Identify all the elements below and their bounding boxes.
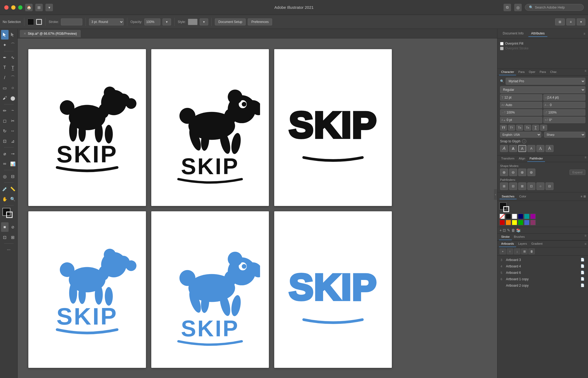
- artboard-item-7[interactable]: Artboard 2 copy 📄: [497, 282, 588, 289]
- vscale-input[interactable]: [548, 111, 564, 114]
- swatch-pair[interactable]: [500, 202, 509, 212]
- aa-bold-btn[interactable]: A: [509, 145, 517, 152]
- intersect-btn[interactable]: ⊗: [518, 169, 526, 176]
- aa-box-btn[interactable]: A: [518, 145, 526, 152]
- touch-type-btn[interactable]: T̲: [9, 63, 17, 72]
- superscript-btn[interactable]: Ta: [516, 125, 523, 131]
- artboard-1[interactable]: SKIP: [28, 49, 146, 206]
- arrange-icon-btn[interactable]: ⊞: [555, 18, 565, 25]
- eraser-tool-btn[interactable]: ◻: [1, 116, 9, 126]
- ab-duplicate-btn[interactable]: ⊞: [521, 248, 528, 254]
- divide-btn[interactable]: ⊞: [500, 182, 508, 190]
- rotation-field[interactable]: ↻T: [543, 117, 586, 123]
- baseline-field[interactable]: A▲: [500, 117, 542, 123]
- scale-tool-btn[interactable]: ⊡: [1, 136, 9, 146]
- stroke-indicator[interactable]: [6, 212, 13, 218]
- trim-btn[interactable]: ⊟: [509, 182, 517, 190]
- char-styles-tab[interactable]: Char.: [548, 69, 559, 75]
- aa-small-btn[interactable]: A: [527, 145, 535, 152]
- column-graph-btn[interactable]: 📊: [9, 159, 17, 169]
- search-help-input[interactable]: 🔍 Search Adobe Help: [525, 4, 584, 11]
- stroke-weight-select[interactable]: 3 pt. Round: [89, 18, 124, 25]
- para-styles-tab[interactable]: Para: [537, 69, 548, 75]
- pattern-btn[interactable]: ⊞: [9, 232, 17, 242]
- tracking-input[interactable]: [550, 103, 566, 107]
- exclude-btn[interactable]: ⊛: [527, 169, 535, 176]
- stroke-tab[interactable]: Stroke: [499, 234, 512, 240]
- workspace-btn[interactable]: ≡: [566, 18, 575, 25]
- pencil-tool-btn[interactable]: ✏: [1, 106, 9, 115]
- gradient-btn[interactable]: ⊡: [1, 232, 9, 242]
- swatch-yellow[interactable]: [512, 220, 517, 225]
- swatch-blue[interactable]: [524, 220, 529, 225]
- minus-back-btn[interactable]: ⊟: [546, 182, 554, 190]
- swatch-purple[interactable]: [530, 220, 536, 225]
- unite-btn[interactable]: ⊕: [500, 169, 508, 176]
- language-select[interactable]: English: USA: [500, 132, 541, 138]
- swatch-none[interactable]: [500, 214, 505, 219]
- swatch-swatch-lib-icon[interactable]: 📚: [516, 228, 521, 232]
- attributes-tab[interactable]: Attributes: [528, 30, 547, 37]
- swatch-stroke[interactable]: [503, 206, 509, 212]
- blend-tool-btn[interactable]: ∞: [1, 159, 9, 169]
- minimize-window-btn[interactable]: [11, 5, 16, 10]
- character-tab[interactable]: Character: [499, 69, 516, 75]
- opentype-tab[interactable]: Oper: [527, 69, 537, 75]
- artboard-6[interactable]: SKIP SKIP: [274, 211, 392, 368]
- stroke-color-swatch[interactable]: [36, 19, 42, 25]
- home-icon[interactable]: 🏠: [25, 4, 33, 11]
- style-swatch[interactable]: [188, 19, 198, 25]
- all-caps-btn[interactable]: TT: [500, 125, 507, 131]
- tab-close-btn[interactable]: ✕: [24, 32, 26, 36]
- artboard-item-4[interactable]: 4 Artboard 4 📄: [497, 263, 588, 270]
- reflect-tool-btn[interactable]: ↔: [9, 126, 17, 136]
- direct-selection-tool-btn[interactable]: [9, 30, 17, 40]
- measure-tool-btn[interactable]: 📏: [9, 184, 17, 194]
- opacity-chevron[interactable]: ▾: [163, 18, 171, 25]
- zoom-tool-btn[interactable]: 🔍: [9, 194, 17, 204]
- swatch-edit-icon[interactable]: ✎: [507, 228, 510, 232]
- baseline-input[interactable]: [507, 118, 523, 122]
- pathfinder-tab[interactable]: Pathfinder: [527, 155, 545, 162]
- aa-select[interactable]: Sharp: [544, 132, 585, 138]
- arc-tool-btn[interactable]: ⌒: [9, 73, 17, 83]
- expand-button[interactable]: Expand: [570, 170, 585, 175]
- type-tool-btn[interactable]: T: [1, 63, 9, 72]
- swatch-red[interactable]: [500, 220, 505, 225]
- swatch-cyan-dark[interactable]: [518, 214, 523, 219]
- hand-tool-btn[interactable]: ✋: [1, 194, 9, 204]
- search-glyph-icon[interactable]: ◎: [514, 4, 522, 11]
- leading-field[interactable]: ↕: [543, 94, 586, 101]
- blob-brush-btn[interactable]: ⬤: [9, 93, 17, 103]
- kerning-field[interactable]: AV: [500, 102, 542, 108]
- ellipse-tool-btn[interactable]: ○: [9, 83, 17, 93]
- swatch-teal[interactable]: [524, 214, 529, 219]
- small-caps-btn[interactable]: TT: [508, 125, 515, 131]
- chevron-down-icon[interactable]: ▾: [45, 4, 53, 11]
- artboard-2[interactable]: SKIP: [151, 49, 269, 206]
- style-chevron[interactable]: ▾: [200, 18, 208, 25]
- canvas-scroll[interactable]: SKIP: [18, 38, 497, 378]
- transform-tab[interactable]: Transform: [499, 155, 517, 162]
- ab-move-down-btn[interactable]: ↓: [514, 248, 520, 254]
- vscale-field[interactable]: ↕T: [543, 109, 586, 116]
- selection-tool-btn[interactable]: [1, 30, 9, 40]
- symbol-sprayer-btn[interactable]: ◎: [1, 172, 9, 181]
- line-tool-btn[interactable]: /: [1, 73, 9, 83]
- opacity-input[interactable]: [144, 18, 160, 25]
- subscript-btn[interactable]: Ta: [524, 125, 531, 131]
- artboard-item-6[interactable]: 6 Artboard 1 copy 📄: [497, 276, 588, 282]
- swatches-grid-view-icon[interactable]: ⊞: [583, 195, 586, 198]
- transform-collapse[interactable]: ≡: [585, 155, 586, 162]
- workspace-chevron[interactable]: ▾: [577, 18, 585, 25]
- swatch-magenta-dark[interactable]: [530, 214, 536, 219]
- brushes-tab[interactable]: Brushes: [512, 234, 527, 240]
- crop-btn[interactable]: ⊡: [527, 182, 535, 190]
- rectangle-tool-btn[interactable]: ▭: [1, 83, 9, 93]
- maximize-window-btn[interactable]: [18, 5, 22, 10]
- more-tools-btn[interactable]: ···: [3, 245, 14, 255]
- aa-italic-btn[interactable]: A: [500, 145, 508, 152]
- snap-glyph-info-icon[interactable]: i: [522, 139, 526, 143]
- leading-input[interactable]: [547, 96, 563, 99]
- stroke-input[interactable]: [61, 18, 82, 25]
